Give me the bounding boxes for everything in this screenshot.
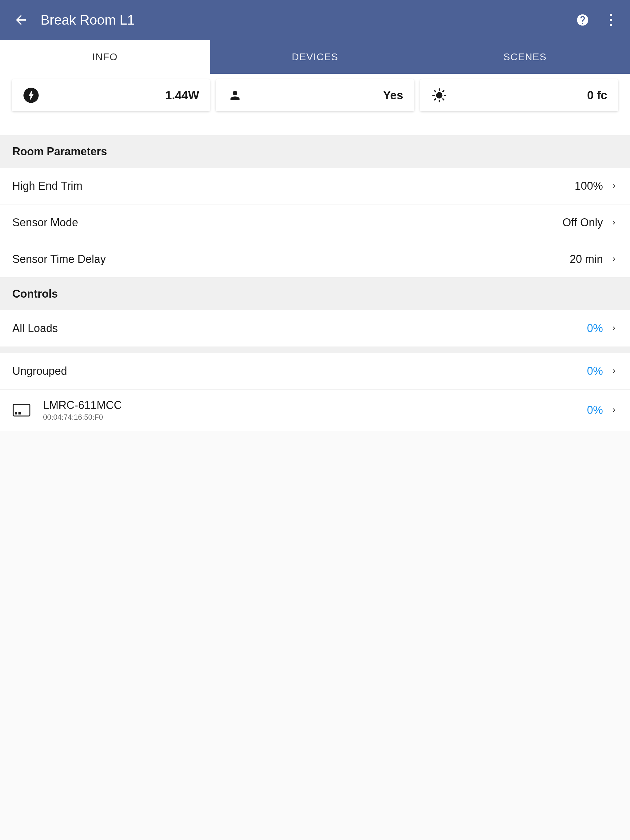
spacer [0,117,630,135]
device-row[interactable]: LMRC-611MCC 00:04:74:16:50:F0 0% [0,390,630,431]
person-icon [227,87,243,104]
device-icon [12,403,31,417]
power-status-card[interactable]: 1.44W [12,79,210,111]
chevron-right-icon [610,219,618,226]
ungrouped-row[interactable]: Ungrouped 0% [0,353,630,390]
ungrouped-value: 0% [587,365,603,377]
high-end-trim-label: High End Trim [12,180,575,193]
page-title: Break Room L1 [41,12,576,28]
ungrouped-label: Ungrouped [12,365,587,377]
content-area: Room Parameters High End Trim 100% Senso… [0,135,630,431]
room-parameters-header: Room Parameters [0,135,630,168]
sensor-mode-label: Sensor Mode [12,216,563,229]
sensor-mode-row[interactable]: Sensor Mode Off Only [0,204,630,241]
high-end-trim-value: 100% [575,180,603,193]
all-loads-row[interactable]: All Loads 0% [0,310,630,347]
all-loads-label: All Loads [12,322,587,335]
device-value: 0% [587,404,603,417]
tab-scenes[interactable]: SCENES [420,40,630,74]
chevron-right-icon [610,182,618,190]
tab-info[interactable]: INFO [0,40,210,74]
app-header: Break Room L1 INFO DEVICES SCENES [0,0,630,74]
bolt-icon [23,87,40,104]
chevron-right-icon [610,325,618,332]
occupancy-value: Yes [383,89,403,102]
svg-line-8 [435,99,435,100]
help-icon [576,13,589,27]
more-vert-icon [610,14,612,16]
header-actions [576,13,618,27]
high-end-trim-row[interactable]: High End Trim 100% [0,168,630,204]
svg-line-4 [435,91,435,92]
device-name: LMRC-611MCC [43,399,587,412]
light-value: 0 fc [587,89,607,102]
chevron-right-icon [610,256,618,263]
brightness-icon [431,87,448,104]
svg-line-9 [443,91,443,92]
sensor-time-delay-label: Sensor Time Delay [12,253,570,266]
back-button[interactable] [12,11,30,28]
light-status-card[interactable]: 0 fc [420,79,618,111]
sensor-mode-value: Off Only [563,216,603,229]
header-top-bar: Break Room L1 [0,0,630,40]
power-value: 1.44W [166,89,199,102]
device-info: LMRC-611MCC 00:04:74:16:50:F0 [43,399,587,422]
more-menu-button[interactable] [604,13,618,27]
tab-devices[interactable]: DEVICES [210,40,420,74]
svg-line-5 [443,99,443,100]
all-loads-value: 0% [587,322,603,335]
chevron-right-icon [610,406,618,414]
status-cards-row: 1.44W Yes 0 fc [0,74,630,117]
arrow-left-icon [14,13,28,27]
help-button[interactable] [576,13,589,27]
controls-header: Controls [0,278,630,310]
svg-rect-12 [19,412,21,414]
svg-rect-11 [15,412,17,414]
sensor-time-delay-row[interactable]: Sensor Time Delay 20 min [0,241,630,278]
chevron-right-icon [610,368,618,375]
sensor-time-delay-value: 20 min [570,253,603,266]
occupancy-status-card[interactable]: Yes [216,79,414,111]
tab-bar: INFO DEVICES SCENES [0,40,630,74]
spacer [0,347,630,353]
device-mac: 00:04:74:16:50:F0 [43,413,587,422]
svg-point-1 [436,92,442,99]
